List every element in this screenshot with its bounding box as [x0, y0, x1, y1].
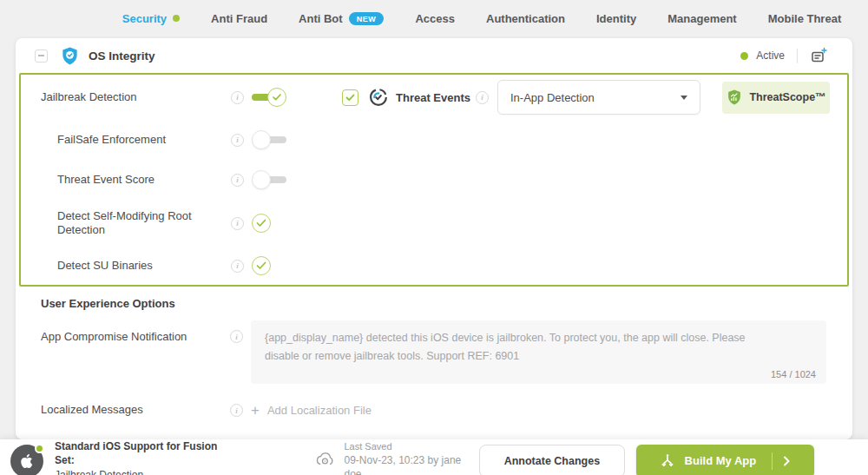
- nav-item-authentication[interactable]: Authentication: [486, 12, 565, 25]
- nav-label: Anti Fraud: [211, 12, 267, 25]
- detect-su-binaries-check[interactable]: [252, 256, 271, 275]
- nav-item-security[interactable]: Security: [122, 12, 180, 25]
- chevron-right-icon: [781, 455, 792, 467]
- nav-item-anti-bot[interactable]: Anti Bot NEW: [299, 12, 384, 25]
- last-saved-label: Last Saved: [344, 440, 479, 453]
- info-icon[interactable]: i: [231, 174, 244, 187]
- info-icon[interactable]: i: [230, 330, 243, 343]
- divider: [797, 49, 798, 63]
- failsafe-enforcement-toggle[interactable]: [252, 129, 286, 150]
- info-icon[interactable]: i: [476, 91, 489, 104]
- detect-su-binaries-row: Detect SU Binaries i: [21, 247, 847, 285]
- add-localization-file-label: Add Localization File: [267, 404, 372, 417]
- caret-down-icon: [681, 96, 687, 100]
- threat-events-checkbox[interactable]: [342, 89, 358, 106]
- check-icon: [256, 261, 266, 270]
- nav-item-mobile-threat[interactable]: Mobile Threat: [768, 12, 842, 25]
- fusion-set-info: Standard iOS Support for Fusion Set: Jai…: [55, 439, 237, 475]
- panel-header: OS Integrity Active: [16, 38, 852, 73]
- cloud-saved-icon: [315, 452, 335, 470]
- os-integrity-panel: OS Integrity Active Jailbreak Detection …: [16, 38, 852, 439]
- threat-event-score-label: Threat Event Score: [41, 173, 231, 187]
- localized-messages-label: Localized Messages: [41, 403, 230, 417]
- nav-label: Access: [415, 12, 455, 25]
- threat-events-gauge-icon: [369, 88, 388, 107]
- app-compromise-row: App Compromise Notification i {app_displ…: [16, 313, 852, 384]
- check-icon: [256, 219, 266, 228]
- user-experience-options-title: User Experience Options: [16, 287, 852, 313]
- footer-status-dot-icon: [35, 444, 44, 453]
- build-branch-icon: [659, 452, 676, 470]
- threatscope-shield-icon: [726, 89, 743, 106]
- nav-item-management[interactable]: Management: [667, 12, 736, 25]
- failsafe-enforcement-label: FailSafe Enforcement: [41, 133, 231, 147]
- os-integrity-shield-icon: [60, 46, 80, 66]
- nav-label: Security: [122, 12, 167, 25]
- nav-item-anti-fraud[interactable]: Anti Fraud: [211, 12, 267, 25]
- nav-label: Authentication: [486, 12, 565, 25]
- divider: [772, 452, 773, 470]
- collapse-icon[interactable]: [35, 49, 48, 63]
- add-note-icon[interactable]: [810, 47, 828, 65]
- localized-messages-row: Localized Messages i + Add Localization …: [16, 391, 852, 431]
- app-compromise-label: App Compromise Notification: [41, 320, 230, 344]
- annotate-changes-button[interactable]: Annotate Changes: [479, 445, 625, 475]
- check-icon: [273, 94, 281, 101]
- add-localization-file-button[interactable]: + Add Localization File: [251, 403, 372, 418]
- nav-label: Management: [667, 12, 736, 25]
- threatscope-label: ThreatScope™: [749, 91, 825, 103]
- check-icon: [345, 94, 355, 102]
- new-badge: NEW: [349, 12, 385, 25]
- nav-label: Anti Bot: [299, 12, 343, 25]
- nav-item-identity[interactable]: Identity: [596, 12, 636, 25]
- plus-icon: +: [251, 403, 260, 418]
- nav-label: Mobile Threat: [768, 12, 842, 25]
- threatscope-button[interactable]: ThreatScope™: [722, 82, 830, 114]
- nav-item-access[interactable]: Access: [415, 12, 455, 25]
- last-saved-block: Last Saved 09-Nov-23, 10:23 by jane doe: [315, 440, 479, 475]
- top-nav: Security Anti Fraud Anti Bot NEW Access …: [0, 0, 868, 36]
- threat-events-label: Threat Events: [396, 91, 470, 104]
- fusion-set-title: Standard iOS Support for Fusion Set:: [55, 439, 237, 467]
- threat-event-score-toggle[interactable]: [252, 169, 286, 190]
- info-icon[interactable]: i: [230, 404, 243, 417]
- failsafe-enforcement-row: FailSafe Enforcement i: [21, 120, 847, 160]
- info-icon[interactable]: i: [231, 260, 244, 273]
- fusion-set-value: Jailbreak Detection: [55, 468, 237, 475]
- threat-event-score-row: Threat Event Score i: [21, 160, 847, 200]
- info-icon[interactable]: i: [231, 134, 244, 147]
- detect-su-binaries-label: Detect SU Binaries: [41, 259, 231, 273]
- dropdown-selected-value: In-App Detection: [510, 91, 595, 104]
- last-saved-value: 09-Nov-23, 10:23 by jane doe: [344, 453, 479, 475]
- compromise-message-textarea[interactable]: {app_display_name} detected this iOS dev…: [251, 320, 826, 384]
- footer-bar: Standard iOS Support for Fusion Set: Jai…: [0, 439, 868, 475]
- char-counter: 154 / 1024: [771, 369, 816, 379]
- detect-self-modifying-label: Detect Self-Modifying Root Detection: [41, 209, 231, 238]
- build-my-app-label: Build My App: [685, 454, 757, 467]
- jailbreak-detection-label: Jailbreak Detection: [41, 90, 231, 104]
- apple-ios-icon: [10, 445, 43, 475]
- status-badge: Active: [756, 49, 785, 62]
- detect-self-modifying-row: Detect Self-Modifying Root Detection i: [21, 200, 847, 247]
- jailbreak-detection-row: Jailbreak Detection i: [21, 75, 847, 120]
- info-icon[interactable]: i: [231, 217, 244, 230]
- info-icon[interactable]: i: [231, 91, 244, 104]
- detect-self-modifying-check[interactable]: [252, 214, 271, 233]
- build-my-app-button[interactable]: Build My App: [636, 445, 814, 475]
- active-section-dot-icon: [173, 15, 180, 22]
- active-status-dot-icon: [740, 52, 748, 60]
- jailbreak-detection-toggle[interactable]: [252, 87, 286, 108]
- threat-events-dropdown[interactable]: In-App Detection: [497, 80, 700, 115]
- app-root: Security Anti Fraud Anti Bot NEW Access …: [0, 0, 868, 475]
- active-feature-outline: Jailbreak Detection i: [19, 73, 849, 287]
- compromise-message-text: {app_display_name} detected this iOS dev…: [265, 329, 748, 366]
- nav-label: Identity: [596, 12, 636, 25]
- panel-title: OS Integrity: [89, 49, 155, 63]
